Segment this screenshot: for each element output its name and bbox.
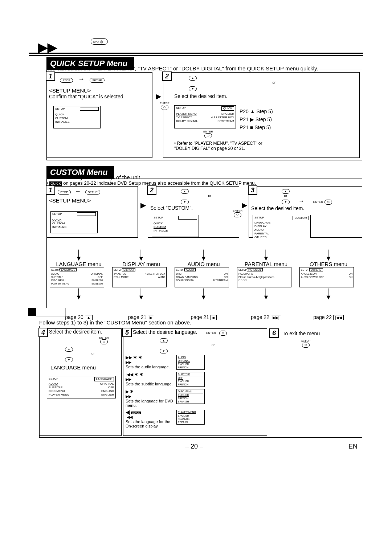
enter-button-4[interactable]: ⬭: [324, 200, 332, 205]
setup-screen-quick: SETUP QUICK CUSTOM INITIALIZE: [53, 106, 101, 128]
cstep3-inst: Select the desired item.: [249, 205, 362, 211]
up-button-3[interactable]: ▲: [282, 189, 290, 194]
select-item-text: Select the desired item.: [163, 91, 359, 99]
quick-setup-screen: SETUPQUICK PLAYER MENUENGLISH TV ASPECT4…: [174, 105, 236, 128]
down-button-3[interactable]: ▼: [282, 200, 290, 204]
stop-button-2[interactable]: STOP: [58, 190, 71, 195]
lstep5-num: 5: [122, 328, 132, 337]
lstep4-screen: SETUPLANGUAGE AUDIOORIGINALSUBTITLEOFFDI…: [47, 376, 116, 398]
up-button-5[interactable]: ▲: [160, 338, 168, 343]
cstep2-inst: Select "CUSTOM".: [148, 204, 239, 211]
cstep1-heading: <SETUP MENU>: [47, 195, 138, 204]
ref-p21b: P21 ■ Step 5): [240, 123, 273, 131]
header-rule: [29, 53, 363, 54]
cstep2-num: 2: [147, 185, 156, 195]
stop-button[interactable]: STOP: [60, 78, 73, 83]
enter-button-6[interactable]: ⬭: [219, 331, 227, 336]
lstep6-num: 6: [269, 328, 279, 338]
lstep4-inst: Select the desired item.: [40, 329, 121, 335]
up-button-4[interactable]: ▲: [65, 347, 73, 352]
lstep6-inst: To exit the menu: [280, 331, 320, 336]
menu-column: │▼DISPLAY menuSETUPDISPLAYTV ASPECT4:3 L…: [112, 251, 170, 320]
page-number: – 20 –: [185, 443, 203, 450]
side-tab-icon: [28, 308, 36, 316]
down-button-4[interactable]: ▼: [65, 357, 73, 362]
enter-button-5[interactable]: ⬭: [100, 339, 108, 344]
lstep4-num: 4: [38, 328, 48, 337]
cstep1-num: 1: [46, 185, 55, 195]
menu-column: │▼PARENTAL menuSETUPPARENTALPASSWORDPlea…: [237, 251, 295, 320]
arrow-right-icon: ▶: [156, 92, 161, 101]
enter-button-2[interactable]: ⬭: [204, 133, 212, 138]
custom-frame: 1 STOP → SETUP <SETUP MENU> SETUP QUICKC…: [46, 179, 362, 309]
menu-column: │▼OTHERS menuSETUPOTHERSANGLE ICONONAUTO…: [299, 251, 358, 320]
dvd-badge: DVD ◎: [91, 38, 108, 45]
setup-menu-heading: <SETUP MENU>: [47, 83, 152, 94]
language-detail-frame: 4 Select the desired item. ENTER⬭ ▲or▼ L…: [39, 326, 362, 438]
cstep2-screen: SETUP QUICKCUSTOMINITIALIZE: [152, 215, 199, 237]
up-button[interactable]: ▲: [189, 76, 197, 81]
cstep1-screen: SETUP QUICKCUSTOMINITIALIZE: [50, 211, 98, 233]
menu-column: │▼AUDIO menuSETUPAUDIODRCONDOWN SAMPLING…: [175, 251, 233, 320]
ref-p21a: P21 ▶ Step 5): [240, 115, 273, 123]
enter-button-3[interactable]: ⬭: [234, 212, 241, 217]
confirm-text: Confirm that "QUICK" is selected.: [47, 94, 152, 99]
quick-note: • Refer to "PLAYER MENU", "TV ASPECT" or…: [174, 141, 265, 151]
cstep3-num: 3: [248, 185, 257, 195]
fast-forward-icon: ▶▶: [38, 40, 57, 54]
setup-button-3[interactable]: ⬭: [302, 343, 310, 348]
setup-button-2[interactable]: SETUP: [85, 190, 100, 195]
down-button[interactable]: ▼: [189, 86, 197, 91]
ref-p20: P20 ▲ Step 5): [240, 107, 273, 115]
lstep5-inst: Select the desired language.: [123, 329, 197, 335]
side-tab-shadow: [36, 308, 66, 316]
step2-number: 2: [162, 71, 172, 81]
follow-steps-text: Follow steps 1) to 3) in the "CUSTOM Men…: [39, 319, 191, 326]
page-lang: EN: [348, 443, 358, 450]
down-button-5[interactable]: ▼: [160, 349, 168, 353]
up-button-2[interactable]: ▲: [181, 189, 189, 194]
language-menu-title: LANGUAGE menu: [40, 362, 121, 371]
down-button-2[interactable]: ▼: [181, 200, 189, 204]
header-rule-2: [29, 55, 363, 56]
cstep3-screen: SETUPCUSTOM LANGUAGEDISPLAYAUDIOPARENTAL…: [253, 215, 311, 238]
step1-number: 1: [46, 71, 55, 81]
quick-setup-frame: 1 STOP → SETUP <SETUP MENU> Confirm that…: [46, 70, 362, 160]
setup-button[interactable]: SETUP: [90, 78, 105, 83]
